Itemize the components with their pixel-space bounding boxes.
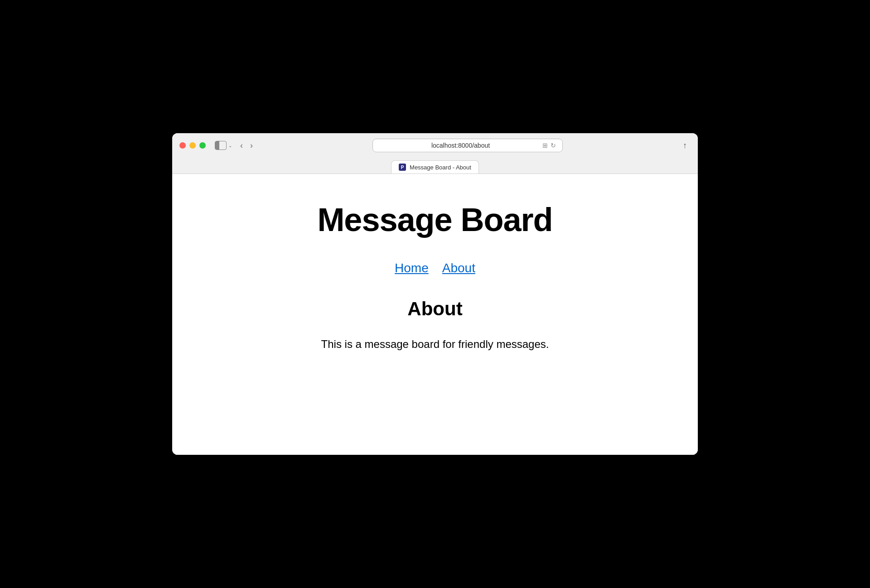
nav-buttons: ‹ › bbox=[237, 140, 256, 150]
browser-chrome: ⌄ ‹ › localhost:8000/about ⊞ ↻ ↑ bbox=[172, 133, 698, 174]
back-button[interactable]: ‹ bbox=[237, 140, 246, 150]
chevron-down-icon[interactable]: ⌄ bbox=[228, 143, 232, 148]
traffic-lights bbox=[179, 142, 206, 149]
page-heading: About bbox=[190, 298, 680, 320]
forward-button[interactable]: › bbox=[247, 140, 256, 150]
url-text: localhost:8000/about bbox=[379, 142, 542, 149]
address-bar-container: localhost:8000/about ⊞ ↻ bbox=[261, 139, 674, 152]
browser-content: Message Board Home About About This is a… bbox=[172, 174, 698, 455]
reload-icon[interactable]: ↻ bbox=[551, 142, 556, 149]
translate-icon[interactable]: ⊞ bbox=[542, 142, 548, 149]
nav-links: Home About bbox=[190, 261, 680, 275]
address-bar[interactable]: localhost:8000/about ⊞ ↻ bbox=[372, 139, 563, 152]
tab-bar: P Message Board - About bbox=[172, 158, 698, 174]
minimize-button[interactable] bbox=[189, 142, 196, 149]
site-title: Message Board bbox=[190, 201, 680, 238]
sidebar-toggle-icon[interactable] bbox=[215, 141, 227, 150]
active-tab[interactable]: P Message Board - About bbox=[391, 160, 479, 174]
share-button[interactable]: ↑ bbox=[679, 139, 691, 152]
toolbar-actions: ↑ bbox=[679, 139, 691, 152]
nav-about-link[interactable]: About bbox=[442, 261, 475, 275]
browser-window: ⌄ ‹ › localhost:8000/about ⊞ ↻ ↑ bbox=[172, 133, 698, 455]
browser-toolbar: ⌄ ‹ › localhost:8000/about ⊞ ↻ ↑ bbox=[172, 133, 698, 158]
nav-home-link[interactable]: Home bbox=[395, 261, 429, 275]
page-description: This is a message board for friendly mes… bbox=[190, 338, 680, 351]
window-controls: ⌄ bbox=[215, 141, 232, 150]
address-icons: ⊞ ↻ bbox=[542, 142, 556, 149]
maximize-button[interactable] bbox=[199, 142, 206, 149]
close-button[interactable] bbox=[179, 142, 186, 149]
tab-favicon: P bbox=[399, 164, 406, 171]
tab-title: Message Board - About bbox=[410, 164, 471, 171]
